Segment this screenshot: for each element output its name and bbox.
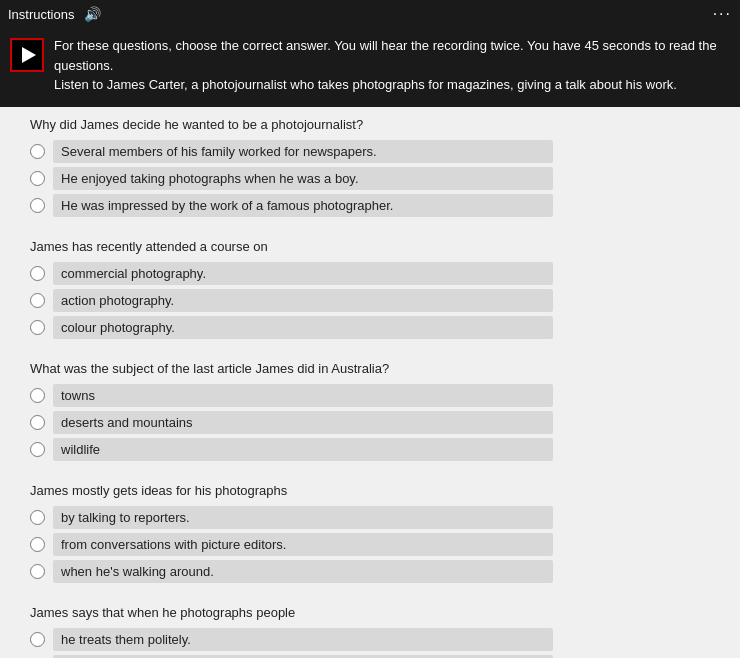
main-content: Why did James decide he wanted to be a p… — [0, 107, 740, 659]
radio-2-3[interactable] — [30, 320, 45, 335]
question-block-5: James says that when he photographs peop… — [30, 605, 710, 659]
answer-label-4-1: by talking to reporters. — [53, 506, 553, 529]
answer-option-2-2: action photography. — [30, 289, 710, 312]
answer-option-2-1: commercial photography. — [30, 262, 710, 285]
top-bar-icons: 🔊 — [84, 6, 101, 22]
top-bar: Instructions 🔊 ··· — [0, 0, 740, 28]
answer-option-4-2: from conversations with picture editors. — [30, 533, 710, 556]
answer-label-4-3: when he's walking around. — [53, 560, 553, 583]
question-block-1: Why did James decide he wanted to be a p… — [30, 117, 710, 217]
more-options-icon[interactable]: ··· — [713, 5, 732, 23]
answer-label-2-2: action photography. — [53, 289, 553, 312]
radio-3-1[interactable] — [30, 388, 45, 403]
answer-label-2-1: commercial photography. — [53, 262, 553, 285]
radio-2-2[interactable] — [30, 293, 45, 308]
answer-label-4-2: from conversations with picture editors. — [53, 533, 553, 556]
question-block-3: What was the subject of the last article… — [30, 361, 710, 461]
answer-option-3-2: deserts and mountains — [30, 411, 710, 434]
audio-icon[interactable]: 🔊 — [84, 6, 101, 22]
question-text-3: What was the subject of the last article… — [30, 361, 710, 376]
answer-option-5-1: he treats them politely. — [30, 628, 710, 651]
answer-label-5-2: he does so secretly. — [53, 655, 553, 659]
answer-label-1-2: He enjoyed taking photographs when he wa… — [53, 167, 553, 190]
top-bar-title: Instructions — [8, 7, 74, 22]
instruction-line2: Listen to James Carter, a photojournalis… — [54, 75, 730, 95]
question-text-5: James says that when he photographs peop… — [30, 605, 710, 620]
question-block-4: James mostly gets ideas for his photogra… — [30, 483, 710, 583]
answer-label-3-2: deserts and mountains — [53, 411, 553, 434]
question-text-4: James mostly gets ideas for his photogra… — [30, 483, 710, 498]
radio-2-1[interactable] — [30, 266, 45, 281]
radio-4-3[interactable] — [30, 564, 45, 579]
answer-option-3-1: towns — [30, 384, 710, 407]
answer-label-2-3: colour photography. — [53, 316, 553, 339]
play-button[interactable] — [10, 38, 44, 72]
answer-label-3-1: towns — [53, 384, 553, 407]
answer-option-4-1: by talking to reporters. — [30, 506, 710, 529]
question-block-2: James has recently attended a course onc… — [30, 239, 710, 339]
answer-label-5-1: he treats them politely. — [53, 628, 553, 651]
instruction-line1: For these questions, choose the correct … — [54, 36, 730, 75]
radio-1-2[interactable] — [30, 171, 45, 186]
radio-1-3[interactable] — [30, 198, 45, 213]
radio-3-2[interactable] — [30, 415, 45, 430]
answer-label-3-3: wildlife — [53, 438, 553, 461]
instruction-text: For these questions, choose the correct … — [54, 36, 730, 95]
answer-option-4-3: when he's walking around. — [30, 560, 710, 583]
play-icon — [22, 47, 36, 63]
radio-3-3[interactable] — [30, 442, 45, 457]
question-text-1: Why did James decide he wanted to be a p… — [30, 117, 710, 132]
answer-option-1-1: Several members of his family worked for… — [30, 140, 710, 163]
radio-1-1[interactable] — [30, 144, 45, 159]
radio-4-2[interactable] — [30, 537, 45, 552]
answer-option-3-3: wildlife — [30, 438, 710, 461]
answer-option-1-3: He was impressed by the work of a famous… — [30, 194, 710, 217]
answer-option-2-3: colour photography. — [30, 316, 710, 339]
answer-option-1-2: He enjoyed taking photographs when he wa… — [30, 167, 710, 190]
radio-5-1[interactable] — [30, 632, 45, 647]
question-text-2: James has recently attended a course on — [30, 239, 710, 254]
answer-label-1-3: He was impressed by the work of a famous… — [53, 194, 553, 217]
radio-4-1[interactable] — [30, 510, 45, 525]
answer-label-1-1: Several members of his family worked for… — [53, 140, 553, 163]
instruction-box: For these questions, choose the correct … — [0, 28, 740, 107]
answer-option-5-2: he does so secretly. — [30, 655, 710, 659]
